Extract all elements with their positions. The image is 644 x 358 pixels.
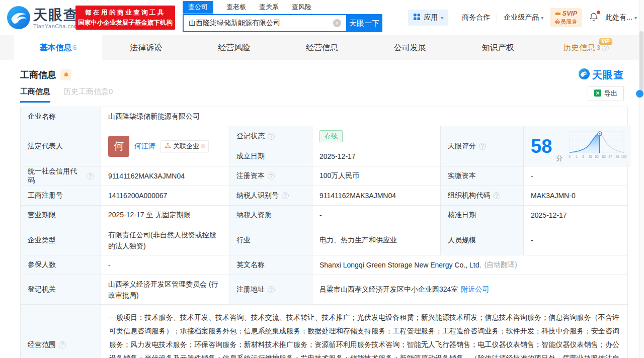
table-row: 经营范围? 一般项目：技术服务、技术开发、技术咨询、技术交流、技术转让、技术推广…	[21, 305, 628, 358]
search-tab-boss[interactable]: 查老板	[226, 3, 246, 14]
field-value-establish-date: 2025-12-17	[312, 146, 441, 166]
field-label-reg-address: 注册地址?	[229, 275, 312, 305]
side-widget-handle[interactable]	[636, 90, 643, 98]
clear-icon[interactable]: ×	[333, 19, 341, 27]
search-tab-relation[interactable]: 查关系	[259, 3, 279, 14]
help-icon[interactable]: ?	[268, 133, 275, 140]
tab-operating-risk[interactable]: 经营风险	[190, 35, 278, 60]
chevron-down-icon: ▾	[441, 15, 443, 21]
nav-business-cooperation[interactable]: 商务合作	[462, 13, 490, 22]
help-icon[interactable]: ?	[268, 172, 275, 180]
field-value-business-term: 2025-12-17 至 无固定期限	[101, 206, 229, 225]
section-title: 工商信息	[20, 69, 56, 81]
related-companies-count: 8	[201, 142, 205, 150]
scrollbar-thumb[interactable]	[639, 31, 643, 92]
slogan-line1: 都在用的商业查询工具	[85, 8, 166, 18]
field-label-paid-capital: 实缴资本	[441, 166, 524, 186]
field-value-taxpayer-id: 91141162MAK3AJMN04	[312, 186, 441, 206]
tab-count: 3	[597, 44, 600, 51]
status-badge: 存续	[319, 130, 343, 142]
field-value-score: 58 分	[524, 126, 630, 166]
field-value-legal-rep: 何 何江涛 关联企业 8	[101, 126, 229, 166]
field-label-business-term: 营业期限	[21, 206, 101, 225]
field-value-taxpayer-quality: -	[312, 206, 441, 225]
svg-text:99: 99	[616, 155, 620, 158]
field-value-industry: 电力、热力生产和供应业	[312, 225, 441, 255]
crown-icon	[555, 10, 561, 18]
help-icon[interactable]: ?	[87, 172, 94, 180]
watermark-logo: 天眼查	[579, 68, 624, 82]
field-label-reg-authority: 登记机关	[21, 275, 101, 305]
help-icon[interactable]: ?	[493, 192, 500, 199]
search-area: 查公司 查老板 查关系 查风险 × 天眼一下	[183, 2, 383, 32]
field-value-reg-number: 14116200A000067	[101, 186, 229, 206]
help-icon[interactable]: ?	[479, 143, 486, 150]
watermark-text: 天眼查	[592, 68, 624, 82]
watermark-logo-icon	[579, 68, 590, 81]
subtab-row: 工商信息 历史工商信息0 导出	[20, 84, 624, 103]
related-companies-badge[interactable]: 关联企业 8	[160, 140, 209, 152]
svip-member-badge[interactable]: SVIP 会员服务	[550, 8, 582, 27]
field-value-company-name: 山西隆柒绿储新能源有限公司	[101, 107, 628, 126]
score-unit: 分	[556, 154, 562, 163]
page: 天眼查 TianYanCha.com 都在用的商业查询工具 国家中小企业发展子基…	[0, 0, 644, 358]
main-tab-bar: 基本信息 6 法律诉讼 经营风险 经营信息 公司发展 知识产权 历史信息 3 ?…	[0, 35, 644, 60]
monitor-bell-icon[interactable]	[60, 69, 71, 80]
field-value-approval-date: 2025-12-17	[524, 206, 628, 225]
search-input[interactable]	[183, 14, 346, 32]
tab-legal-proceedings[interactable]: 法律诉讼	[102, 35, 190, 60]
field-label-score: 天眼评分?	[441, 126, 524, 166]
subtab-history-business-info[interactable]: 历史工商信息0	[63, 87, 113, 103]
tab-history-info[interactable]: 历史信息 3 ? VIP	[542, 35, 630, 60]
notification-bell-icon[interactable]	[589, 12, 599, 24]
field-value-english-name: Shanxi Longqi Green Storage New Energy C…	[312, 255, 628, 275]
field-value-staff-size: -	[524, 225, 628, 255]
svg-text:15: 15	[589, 155, 593, 158]
search-tab-company[interactable]: 查公司	[183, 1, 213, 14]
field-value-business-scope: 一般项目：技术服务、技术开发、技术咨询、技术交流、技术转让、技术推广；光伏发电设…	[101, 305, 628, 358]
nav-enterprise-products[interactable]: 企业级产品 ▾	[504, 13, 543, 22]
divider	[497, 14, 497, 22]
help-icon[interactable]: ?	[59, 341, 66, 348]
auto-translate-note: (自动翻译)	[484, 260, 517, 270]
apps-menu[interactable]: 应用 ▾	[408, 10, 448, 26]
svg-text:97: 97	[609, 155, 613, 158]
table-row: 企业名称 山西隆柒绿储新能源有限公司	[21, 107, 628, 126]
export-label: 导出	[604, 89, 617, 98]
field-value-insured-count: -	[101, 255, 229, 275]
field-value-paid-capital: -	[524, 166, 628, 186]
nav-user-more[interactable]: 此处有... ▾	[605, 13, 637, 22]
field-label-company-name: 企业名称	[21, 107, 101, 126]
header-nav: 应用 ▾ 商务合作 企业级产品 ▾ SVIP 会员服务	[408, 0, 637, 35]
legal-rep-name-link[interactable]: 何江涛	[134, 142, 155, 151]
tab-operating-info[interactable]: 经营信息	[278, 35, 366, 60]
svg-text:50: 50	[595, 155, 599, 158]
search-button[interactable]: 天眼一下	[346, 14, 382, 32]
field-label-reg-capital: 注册资本?	[229, 166, 312, 186]
tab-intellectual-property[interactable]: 知识产权	[454, 35, 542, 60]
field-label-org-code: 组织机构代码?	[441, 186, 524, 206]
svip-label: SVIP	[562, 10, 577, 18]
slogan-line2: 国家中小企业发展子基金旗下机构	[78, 18, 173, 28]
header: 天眼查 TianYanCha.com 都在用的商业查询工具 国家中小企业发展子基…	[0, 0, 644, 35]
search-tab-risk[interactable]: 查风险	[292, 3, 311, 14]
apps-grid-icon	[413, 13, 421, 22]
tianyancha-logo[interactable]: 天眼查 TianYanCha.com	[7, 6, 79, 31]
scrollbar-track[interactable]	[639, 0, 644, 358]
field-value-reg-capital: 100万人民币	[312, 166, 441, 186]
help-icon[interactable]: ?	[282, 192, 289, 199]
field-label-insured-count: 参保人数	[21, 255, 101, 275]
nearby-companies-link[interactable]: 附近公司	[461, 285, 489, 294]
slogan-badge: 都在用的商业查询工具 国家中小企业发展子基金旗下机构	[75, 6, 175, 30]
help-icon[interactable]: ?	[602, 44, 609, 51]
table-row: 统一社会信用代码? 91141162MAK3AJMN04 注册资本? 100万人…	[21, 166, 628, 186]
business-info-table: 企业名称 山西隆柒绿储新能源有限公司 法定代表人 何 何江涛 关联企业 8	[20, 107, 628, 358]
field-label-industry: 行业	[229, 225, 312, 255]
legal-rep-avatar[interactable]: 何	[108, 136, 129, 157]
tab-company-development[interactable]: 公司发展	[366, 35, 454, 60]
help-icon[interactable]: ?	[268, 286, 275, 293]
subtab-business-info[interactable]: 工商信息	[20, 87, 50, 103]
svg-text:100: 100	[621, 155, 627, 158]
tab-basic-info[interactable]: 基本信息 6	[14, 35, 102, 60]
export-button[interactable]: 导出	[588, 86, 624, 101]
